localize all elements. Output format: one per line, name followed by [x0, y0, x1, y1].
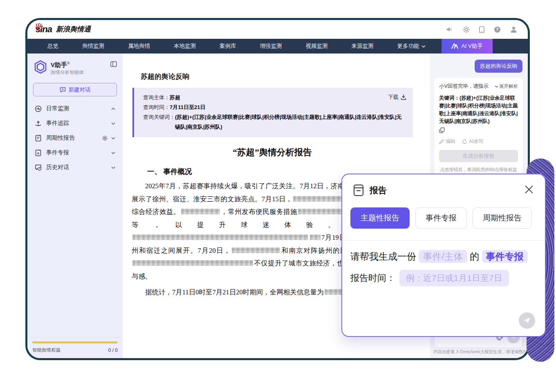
- assistant-subtitle: 舆情分析智能体: [51, 69, 84, 76]
- help-icon[interactable]: ?: [494, 26, 501, 33]
- sidebar-item-event-tracking[interactable]: 事件追踪: [27, 116, 123, 131]
- gear-small-icon[interactable]: [102, 136, 108, 141]
- event-subject-placeholder[interactable]: 事件/主体: [419, 250, 467, 263]
- pencil-icon: [439, 139, 444, 144]
- chevron-up-icon: [111, 107, 115, 110]
- chevron-down-icon: [421, 45, 426, 48]
- nav-item-overview[interactable]: 总览: [36, 39, 70, 53]
- sidebar: V助手® 舆情分析智能体 新建对话: [27, 53, 123, 358]
- collapse-panel-icon[interactable]: [110, 61, 117, 67]
- quota-value: 0 / 0: [108, 347, 118, 353]
- query-time-value: 7月11日至21日: [170, 102, 205, 112]
- nav-item-case-library[interactable]: 案例库: [208, 39, 248, 53]
- mobile-icon[interactable]: [479, 26, 484, 33]
- nav-item-local-opinion[interactable]: 属地舆情: [116, 39, 162, 53]
- generate-report-button[interactable]: 生成分析报告: [439, 150, 518, 162]
- chevron-down-icon: [111, 122, 115, 125]
- assistant-title: V助手®: [51, 60, 84, 68]
- sidebar-item-periodic-report[interactable]: 周期性报告: [27, 131, 123, 145]
- keywords-text: 关键词：(苏超)+(江苏|业余足球联赛|比赛|球队|积分榜|现场活动|主题歌|上…: [439, 94, 518, 125]
- nav-item-source-monitor[interactable]: 来源监测: [340, 39, 386, 53]
- settings-icon[interactable]: [463, 26, 470, 33]
- chevron-down-icon: [495, 85, 498, 88]
- tab-periodic-report[interactable]: 周期性报告: [473, 207, 532, 229]
- assistant-status-text: 小V回答完毕，请指示: [439, 83, 489, 90]
- nav-item-local-monitor[interactable]: 本地监测: [162, 39, 208, 53]
- assistant-header: V助手® 舆情分析智能体: [27, 53, 123, 76]
- download-button[interactable]: 下载: [388, 94, 406, 101]
- prompt-prefix: 请帮我生成一份: [350, 251, 416, 262]
- query-keywords-label: 查询关键词：: [143, 112, 175, 132]
- edit-button[interactable]: 编辑: [439, 138, 455, 145]
- page: sina 新浪舆情通: [0, 0, 556, 392]
- close-icon[interactable]: [524, 184, 534, 195]
- new-chat-icon: [60, 87, 66, 93]
- v-assistant-logo-icon: [34, 60, 47, 74]
- tab-event-report[interactable]: 事件专报: [415, 207, 467, 229]
- new-chat-button[interactable]: 新建对话: [33, 83, 117, 96]
- chevron-down-icon: [111, 137, 115, 140]
- ai-logo-icon: [451, 43, 458, 49]
- download-icon: [401, 94, 406, 100]
- modal-title: 报告: [370, 185, 387, 196]
- chevron-down-icon: [111, 166, 115, 169]
- redacted-text: [132, 234, 308, 240]
- send-icon: [523, 316, 531, 325]
- sidebar-item-event-report[interactable]: A 事件专报: [27, 145, 123, 160]
- svg-text:?: ?: [496, 27, 498, 32]
- sidebar-item-chat-history[interactable]: 历史对话: [27, 160, 123, 175]
- report-type-tabs: 主题性报告 事件专报 周期性报告: [350, 207, 545, 229]
- sidebar-menu: 日常监测 事件追踪: [27, 101, 123, 175]
- periodic-report-icon: [35, 135, 42, 142]
- report-title: “苏超”舆情分析报告: [132, 146, 413, 158]
- nav-item-video-monitor[interactable]: 视频监测: [294, 39, 340, 53]
- query-keywords-value: (苏超)+(江苏|业余足球联赛|比赛|球队|积分榜|现场活动|主题歌|上座率|南…: [175, 112, 404, 132]
- daily-monitor-icon: [35, 105, 42, 112]
- svg-text:A: A: [37, 151, 40, 155]
- chevron-down-icon: [111, 151, 115, 154]
- user-message-bubble: 苏超的舆论反响: [475, 60, 522, 73]
- event-report-icon: A: [35, 149, 42, 156]
- quota-progress-bar: [32, 341, 118, 343]
- chat-history-icon: [35, 164, 42, 171]
- ai-rewrite-button[interactable]: AI改写: [462, 138, 483, 145]
- query-subject-value: 苏超: [170, 93, 180, 102]
- send-button[interactable]: [519, 312, 535, 329]
- brand-name: 新浪舆情通: [56, 24, 91, 35]
- query-time-label: 查询时间：: [143, 102, 170, 112]
- report-doc-icon: [353, 184, 364, 196]
- nav-item-opinion-monitor[interactable]: 舆情监测: [70, 39, 116, 53]
- tab-thematic-report[interactable]: 主题性报告: [350, 207, 410, 229]
- redacted-text: [310, 234, 321, 240]
- prompt-mid: 的: [470, 251, 479, 262]
- titlebar-icons: ?: [446, 26, 517, 33]
- volume-icon[interactable]: [446, 26, 453, 33]
- assistant-reply-card: 小V回答完毕，请指示 展开解析 关键词：(苏超)+(江苏|业余足球联赛|比赛|球…: [434, 78, 523, 186]
- sina-logo: sina 新浪舆情通: [35, 24, 91, 35]
- report-time-placeholder[interactable]: 例：近7日或1月1日至7日: [399, 270, 509, 286]
- main-nav: 总览 舆情监测 属地舆情 本地监测 案例库 增强监测 视频监测 来源监测 更多功…: [27, 39, 528, 53]
- sidebar-item-daily-monitor[interactable]: 日常监测: [27, 101, 123, 116]
- nav-item-ai-assistant[interactable]: AI V助手: [442, 39, 493, 53]
- nav-item-more-features[interactable]: 更多功能: [386, 39, 437, 53]
- copy-icon[interactable]: [439, 127, 445, 133]
- quota-label: 智能舆情权益: [32, 347, 61, 353]
- nav-item-enhanced-monitor[interactable]: 增强监测: [248, 39, 294, 53]
- expand-analysis-button[interactable]: 展开解析: [495, 83, 518, 89]
- sidebar-footer: 智能舆情权益 0 / 0: [27, 337, 123, 358]
- refresh-icon: [462, 139, 467, 144]
- redacted-text: [181, 209, 220, 214]
- report-modal: 报告 主题性报告 事件专报 周期性报告 请帮我生成一份 事件/主体 的 事件专报…: [341, 174, 546, 337]
- redacted-text: [232, 247, 280, 253]
- page-title: 苏超的舆论反响: [141, 72, 430, 81]
- query-info-box: 查询主体：苏超 查询时间：7月11日至21日 查询关键词：(苏超)+(江苏|业余…: [132, 88, 413, 137]
- report-type-chip[interactable]: 事件专报: [482, 250, 528, 263]
- ai-disclaimer: 内容由蜜巢 X DeepSeek大模型生成，请谨慎甄别!: [433, 349, 527, 355]
- titlebar: sina 新浪舆情通: [27, 20, 528, 39]
- prompt-template: 请帮我生成一份 事件/主体 的 事件专报: [342, 241, 545, 265]
- query-subject-label: 查询主体：: [143, 93, 170, 102]
- event-tracking-icon: [35, 120, 42, 127]
- user-icon[interactable]: [510, 26, 517, 33]
- redacted-text: [132, 260, 253, 266]
- report-time-label: 报告时间：: [350, 272, 395, 284]
